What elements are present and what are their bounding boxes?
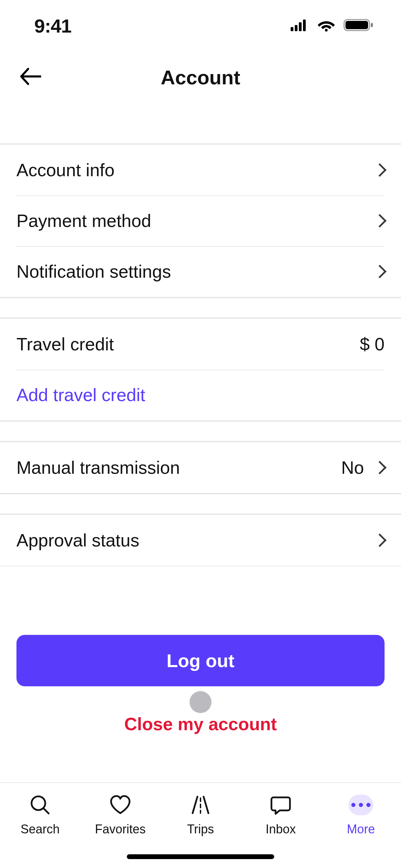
- arrow-left-icon: [19, 68, 41, 87]
- home-indicator[interactable]: [127, 854, 274, 859]
- wifi-icon: [317, 19, 335, 33]
- search-icon: [28, 793, 52, 817]
- svg-rect-7: [371, 23, 373, 27]
- logout-label: Log out: [167, 650, 234, 671]
- svg-rect-3: [303, 20, 306, 31]
- tab-search[interactable]: Search: [0, 793, 80, 836]
- row-notification-settings[interactable]: Notification settings: [0, 246, 401, 297]
- section-spacer: [0, 421, 401, 442]
- row-label: Payment method: [16, 210, 151, 231]
- row-label: Manual transmission: [16, 457, 180, 478]
- row-label: Travel credit: [16, 334, 114, 354]
- travel-credit-value: $ 0: [360, 334, 385, 354]
- row-approval-status[interactable]: Approval status: [0, 515, 401, 566]
- tab-label: More: [347, 822, 375, 836]
- row-payment-method[interactable]: Payment method: [0, 195, 401, 246]
- svg-line-10: [193, 797, 197, 813]
- svg-point-4: [325, 29, 328, 32]
- svg-rect-2: [299, 22, 302, 31]
- logout-button[interactable]: Log out: [16, 635, 385, 686]
- chevron-right-icon: [373, 214, 387, 228]
- tab-label: Search: [21, 822, 60, 836]
- road-icon: [188, 793, 213, 817]
- svg-rect-1: [295, 25, 297, 31]
- svg-line-9: [44, 808, 49, 813]
- svg-rect-6: [345, 21, 368, 29]
- approval-section: Approval status: [0, 514, 401, 566]
- row-label: Notification settings: [16, 261, 171, 282]
- account-section: Account info Payment method Notification…: [0, 144, 401, 298]
- row-travel-credit[interactable]: Travel credit $ 0: [0, 319, 401, 370]
- svg-rect-0: [291, 27, 293, 31]
- add-travel-credit-link: Add travel credit: [16, 385, 145, 405]
- status-bar: 9:41: [0, 0, 401, 51]
- chevron-right-icon: [373, 163, 387, 177]
- tab-trips[interactable]: Trips: [160, 793, 241, 836]
- close-account-label: Close my account: [124, 714, 277, 734]
- back-button[interactable]: [16, 63, 44, 91]
- tab-inbox[interactable]: Inbox: [241, 793, 321, 836]
- tab-favorites[interactable]: Favorites: [80, 793, 160, 836]
- transmission-section: Manual transmission No: [0, 442, 401, 494]
- heart-icon: [108, 793, 133, 817]
- travel-credit-section: Travel credit $ 0 Add travel credit: [0, 318, 401, 421]
- row-label: Account info: [16, 160, 114, 180]
- tab-more[interactable]: More: [321, 793, 401, 836]
- status-indicators: [291, 18, 374, 33]
- row-label: Approval status: [16, 530, 139, 551]
- page-title: Account: [161, 66, 240, 89]
- tab-label: Favorites: [95, 822, 146, 836]
- touch-indicator-icon: [190, 691, 211, 713]
- battery-icon: [343, 18, 374, 33]
- transmission-value: No: [341, 457, 364, 478]
- section-spacer: [0, 298, 401, 318]
- nav-header: Account: [0, 51, 401, 103]
- tab-label: Inbox: [266, 822, 296, 836]
- row-manual-transmission[interactable]: Manual transmission No: [0, 442, 401, 493]
- more-icon: [349, 793, 373, 817]
- close-account-button[interactable]: Close my account: [0, 707, 401, 741]
- cellular-icon: [291, 19, 309, 33]
- chat-icon: [268, 793, 293, 817]
- section-spacer: [0, 103, 401, 144]
- chevron-right-icon: [373, 533, 387, 547]
- row-account-info[interactable]: Account info: [0, 145, 401, 195]
- section-spacer: [0, 494, 401, 514]
- chevron-right-icon: [373, 461, 387, 474]
- svg-line-11: [204, 797, 208, 813]
- status-time: 9:41: [34, 15, 71, 37]
- row-add-travel-credit[interactable]: Add travel credit: [0, 370, 401, 420]
- chevron-right-icon: [373, 265, 387, 278]
- tab-label: Trips: [187, 822, 214, 836]
